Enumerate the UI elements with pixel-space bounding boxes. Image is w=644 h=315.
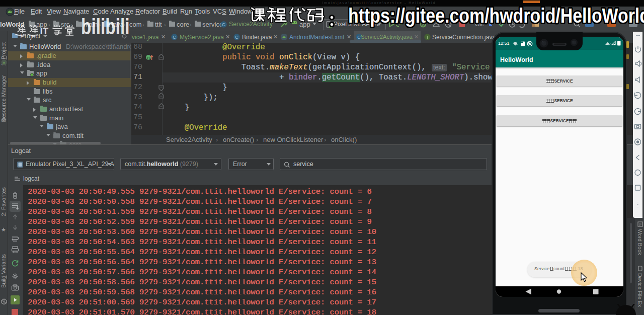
svg-text:IT: IT — [40, 26, 49, 36]
svg-text:C: C — [173, 35, 176, 40]
svg-text:I: I — [427, 35, 428, 40]
svg-text:C: C — [235, 35, 238, 40]
svg-text:https://gitee.com/hwdroid/Hell: https://gitee.com/hwdroid/HelloWorld — [348, 4, 644, 27]
svg-text:C: C — [222, 22, 225, 27]
